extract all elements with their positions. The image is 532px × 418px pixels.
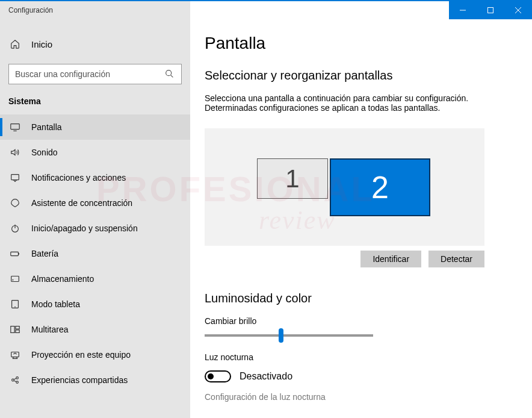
sidebar-item-pantalla[interactable]: Pantalla (0, 114, 190, 140)
project-icon (10, 349, 20, 360)
monitor-1[interactable]: 1 (257, 158, 328, 199)
svg-rect-13 (11, 276, 19, 282)
sidebar-item-label: Sonido (31, 148, 58, 157)
notifications-icon (10, 172, 20, 183)
sidebar-item-label: Asistente de concentración (31, 198, 132, 208)
sidebar-item-label: Almacenamiento (31, 274, 94, 284)
nightlight-settings-link[interactable]: Configuración de la luz nocturna (205, 392, 532, 402)
svg-line-25 (14, 381, 16, 382)
arrange-desc: Selecciona una pantalla a continuación p… (205, 93, 506, 113)
sidebar-item-asistente-de-concentraci-n[interactable]: Asistente de concentración (0, 190, 190, 216)
slider-thumb[interactable] (279, 328, 283, 343)
sidebar-item-notificaciones-y-acciones[interactable]: Notificaciones y acciones (0, 165, 190, 190)
page-title: Pantalla (205, 34, 532, 53)
minimize-button[interactable] (449, 1, 477, 19)
sound-icon (10, 147, 20, 158)
sidebar-item-label: Modo tableta (31, 299, 80, 309)
svg-rect-19 (16, 330, 19, 333)
search-input[interactable] (15, 69, 164, 79)
tablet-icon (10, 299, 20, 310)
window-title: Configuración (0, 1, 190, 19)
svg-rect-17 (11, 326, 14, 333)
brightness-label: Cambiar brillo (205, 316, 532, 326)
battery-icon (10, 248, 20, 259)
home-icon (10, 39, 20, 49)
sidebar-item-modo-tableta[interactable]: Modo tableta (0, 292, 190, 317)
sidebar-item-sonido[interactable]: Sonido (0, 140, 190, 165)
svg-rect-8 (11, 175, 19, 180)
svg-rect-11 (11, 252, 19, 255)
storage-icon (10, 273, 20, 284)
detect-button[interactable]: Detectar (428, 251, 484, 267)
search-input-wrap[interactable] (8, 64, 182, 84)
sidebar-item-label: Batería (31, 249, 58, 258)
display-arrange-area[interactable]: 1 2 (205, 128, 484, 246)
svg-point-4 (166, 70, 172, 76)
shared-icon (10, 375, 20, 385)
nightlight-label: Luz nocturna (205, 352, 532, 362)
power-icon (10, 223, 20, 234)
content: Pantalla Seleccionar y reorganizar panta… (190, 19, 532, 418)
svg-line-5 (171, 75, 173, 78)
sidebar-item-proyecci-n-en-este-equipo[interactable]: Proyección en este equipo (0, 342, 190, 367)
monitor-2[interactable]: 2 (330, 158, 430, 216)
sidebar-item-label: Proyección en este equipo (31, 350, 131, 360)
nightlight-state: Desactivado (240, 371, 292, 382)
sidebar-item-inicio-apagado-y-suspensi-n[interactable]: Inicio/apagado y suspensión (0, 216, 190, 241)
svg-rect-18 (16, 326, 19, 329)
display-icon (10, 122, 20, 133)
sidebar-item-label: Multitarea (31, 325, 68, 334)
search-icon (164, 69, 175, 80)
home-label: Inicio (31, 39, 52, 49)
sidebar-item-label: Notificaciones y acciones (31, 173, 126, 182)
close-button[interactable] (504, 1, 532, 19)
svg-rect-1 (488, 8, 493, 13)
sidebar: Inicio Sistema PantallaSonidoNotificacio… (0, 19, 190, 418)
svg-rect-6 (11, 124, 19, 129)
identify-button[interactable]: Identificar (360, 251, 421, 267)
svg-point-14 (13, 279, 13, 280)
multitask-icon (10, 324, 20, 335)
sidebar-item-almacenamiento[interactable]: Almacenamiento (0, 266, 190, 292)
brightness-heading: Luminosidad y color (205, 292, 532, 305)
home-button[interactable]: Inicio (0, 34, 190, 54)
sidebar-item-multitarea[interactable]: Multitarea (0, 317, 190, 342)
focus-icon (10, 198, 20, 208)
arrange-heading: Seleccionar y reorganizar pantallas (205, 69, 532, 83)
sidebar-item-label: Pantalla (31, 122, 62, 132)
svg-point-21 (12, 379, 14, 381)
svg-point-23 (16, 381, 19, 384)
sidebar-item-experiencias-compartidas[interactable]: Experiencias compartidas (0, 367, 190, 393)
nightlight-toggle[interactable] (205, 370, 231, 382)
section-title: Sistema (0, 96, 190, 114)
maximize-button[interactable] (477, 1, 504, 19)
sidebar-item-label: Experiencias compartidas (31, 375, 128, 385)
sidebar-item-bater-a[interactable]: Batería (0, 241, 190, 266)
svg-line-24 (14, 378, 16, 379)
sidebar-item-label: Inicio/apagado y suspensión (31, 223, 138, 233)
svg-point-22 (16, 377, 19, 379)
brightness-slider[interactable] (205, 334, 373, 337)
